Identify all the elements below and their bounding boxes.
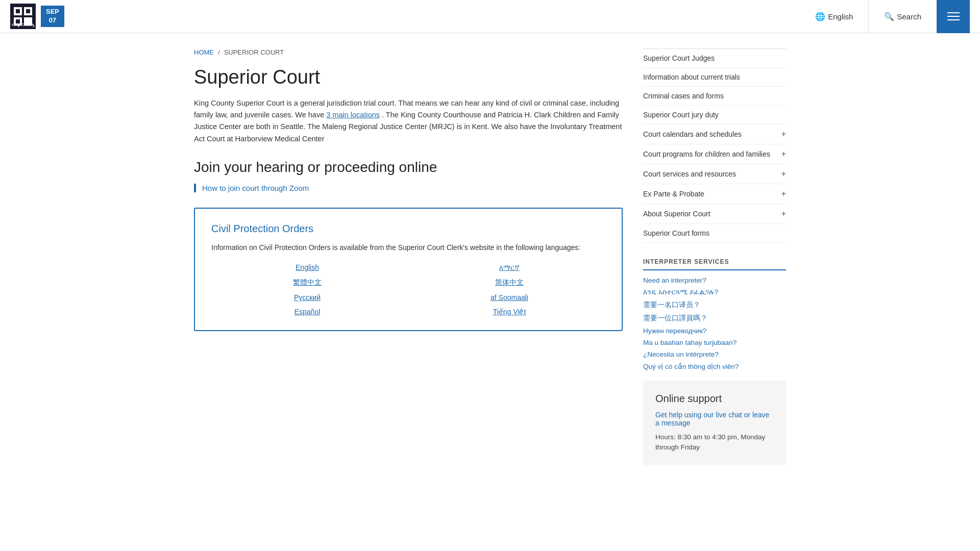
sidebar-nav-item[interactable]: Court services and resources+ [643, 164, 786, 184]
sidebar-nav-item-label: Superior Court forms [643, 229, 709, 237]
cpo-lang-link[interactable]: 繁體中文 [211, 278, 403, 287]
language-selector-button[interactable]: 🌐 English [800, 0, 868, 33]
sidebar-nav-item[interactable]: Superior Court jury duty [643, 106, 786, 124]
sidebar-nav-item-label: Ex Parte & Probate [643, 190, 704, 198]
logo-icon: King County [10, 4, 36, 29]
sidebar-nav-item-label: Court calendars and schedules [643, 130, 742, 138]
main-locations-link[interactable]: 3 main locations [326, 111, 380, 119]
page-title: Superior Court [194, 66, 623, 88]
sidebar-nav-item[interactable]: Superior Court Judges [643, 49, 786, 68]
search-button[interactable]: 🔍 Search [868, 0, 937, 33]
sidebar-nav-item-label: Superior Court jury duty [643, 111, 719, 119]
sidebar-nav-item-label: Information about current trials [643, 73, 740, 81]
breadcrumb: HOME / SUPERIOR COURT [194, 48, 623, 56]
globe-icon: 🌐 [815, 12, 825, 21]
sidebar-nav-item[interactable]: Ex Parte & Probate+ [643, 184, 786, 204]
online-support-box: Online support Get help using our live c… [643, 381, 786, 465]
sidebar-nav-item-label: Court programs for children and families [643, 150, 770, 158]
interpreter-services-box: INTERPRETER SERVICES Need an interpreter… [643, 258, 786, 370]
interpreter-link[interactable]: ¿Necesita un intérprete? [643, 350, 786, 358]
interpreter-services-title: INTERPRETER SERVICES [643, 258, 786, 270]
sidebar-nav: Superior Court JudgesInformation about c… [643, 48, 786, 243]
sidebar-nav-expand-icon: + [781, 169, 786, 179]
hamburger-line-2 [947, 16, 960, 17]
cpo-box: Civil Protection Orders Information on C… [194, 208, 623, 331]
main-container: HOME / SUPERIOR COURT Superior Court Kin… [184, 33, 796, 481]
cpo-title-link[interactable]: Civil Protection Orders [211, 223, 313, 235]
sidebar-nav-expand-icon: + [781, 149, 786, 159]
sidebar-nav-item[interactable]: Criminal cases and forms [643, 87, 786, 106]
cpo-languages-grid: Englishአማርኛ繁體中文简体中文Русскийaf SoomaaliEsp… [211, 263, 605, 316]
cpo-lang-link[interactable]: af Soomaali [413, 293, 605, 302]
search-label: Search [897, 12, 921, 21]
content-area: HOME / SUPERIOR COURT Superior Court Kin… [194, 48, 623, 465]
interpreter-link[interactable]: Ma u baahan tahay turjubaan? [643, 339, 786, 346]
section-title: Join your hearing or proceeding online [194, 159, 623, 176]
sidebar-nav-expand-icon: + [781, 189, 786, 198]
cpo-lang-link[interactable]: English [211, 263, 403, 272]
cpo-lang-link[interactable]: 简体中文 [413, 278, 605, 287]
sidebar-nav-item[interactable]: Court calendars and schedules+ [643, 124, 786, 144]
cpo-lang-link[interactable]: Español [211, 308, 403, 316]
svg-text:King County: King County [12, 22, 34, 27]
interpreter-link[interactable]: 需要一名口译员？ [643, 300, 786, 310]
sidebar-nav-item[interactable]: Superior Court forms [643, 224, 786, 243]
interpreter-link[interactable]: Нужен переводчик? [643, 327, 786, 335]
page-description: King County Superior Court is a general … [194, 97, 623, 145]
hamburger-line-1 [947, 12, 960, 13]
sidebar-nav-item-label: Criminal cases and forms [643, 92, 724, 100]
sidebar-nav-expand-icon: + [781, 209, 786, 218]
language-label: English [828, 12, 853, 21]
zoom-link[interactable]: How to join court through Zoom [202, 184, 309, 192]
interpreter-link[interactable]: እንዴ አስተርጓሚ ይፈልጋሉ? [643, 288, 786, 296]
sidebar-nav-item-label: Superior Court Judges [643, 54, 715, 62]
sidebar-nav-item[interactable]: About Superior Court+ [643, 204, 786, 224]
site-header: King County SEP 07 🌐 English 🔍 Search [0, 0, 980, 33]
sidebar-nav-item[interactable]: Court programs for children and families… [643, 144, 786, 164]
interpreter-link[interactable]: Need an interpreter? [643, 277, 786, 284]
cpo-lang-link[interactable]: Русский [211, 293, 403, 302]
zoom-link-container: How to join court through Zoom [194, 184, 623, 192]
online-support-hours: Hours: 8:30 am to 4:30 pm, Monday throug… [655, 432, 774, 453]
cpo-lang-link[interactable]: አማርኛ [413, 263, 605, 272]
search-icon: 🔍 [884, 12, 894, 21]
interpreter-link[interactable]: 需要一位口譯員嗎？ [643, 314, 786, 323]
svg-rect-5 [26, 9, 30, 13]
hamburger-menu-button[interactable] [937, 0, 970, 33]
svg-rect-4 [16, 9, 20, 13]
breadcrumb-current: SUPERIOR COURT [224, 48, 284, 56]
header-right: 🌐 English 🔍 Search [800, 0, 970, 33]
sidebar-nav-expand-icon: + [781, 130, 786, 139]
sidebar-nav-item-label: Court services and resources [643, 170, 736, 178]
logo-area: King County SEP 07 [10, 4, 64, 29]
online-support-title: Online support [655, 393, 774, 405]
breadcrumb-home-link[interactable]: HOME [194, 48, 214, 56]
date-badge: SEP 07 [41, 6, 64, 27]
cpo-lang-link[interactable]: Tiếng Việt [413, 308, 605, 316]
breadcrumb-separator: / [218, 48, 220, 56]
hamburger-line-3 [947, 19, 960, 20]
interpreter-link[interactable]: Quý vị có cần thông dịch viên? [643, 362, 786, 370]
sidebar-nav-item-label: About Superior Court [643, 210, 710, 218]
sidebar-nav-item[interactable]: Information about current trials [643, 68, 786, 87]
online-support-link[interactable]: Get help using our live chat or leave a … [655, 411, 774, 427]
cpo-description: Information on Civil Protection Orders i… [211, 242, 605, 253]
sidebar: Superior Court JudgesInformation about c… [643, 48, 786, 465]
